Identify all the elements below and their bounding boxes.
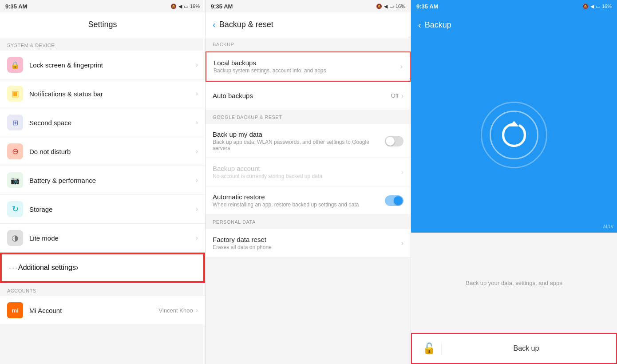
mi-account-title: Mi Account (29, 307, 159, 314)
toggle-thumb-off (386, 137, 395, 146)
dnd-text: Do not disturb (29, 148, 196, 155)
unlock-icon: 🔓 (423, 342, 436, 355)
backup-hero: MIUI (411, 37, 617, 233)
second-space-title: Second space (29, 119, 196, 127)
toggle-thumb-on (394, 196, 403, 205)
notifications-chevron: › (196, 90, 198, 98)
storage-title: Storage (29, 206, 196, 213)
footer-divider (441, 342, 442, 355)
storage-chevron: › (196, 205, 198, 213)
additional-settings-item[interactable]: ··· Additional settings › (1, 253, 204, 282)
battery-level-3: 16% (602, 4, 612, 9)
mute-icon-3: 🔕 (582, 4, 589, 9)
local-backups-item[interactable]: Local backups Backup system settings, ac… (206, 52, 410, 81)
factory-reset-chevron: › (401, 239, 403, 247)
battery-item[interactable]: 📷 Battery & performance › (0, 166, 205, 195)
backup-description-area: Back up your data, settings, and apps (411, 233, 617, 333)
time-1: 9:35 AM (5, 3, 27, 10)
dnd-item[interactable]: ⊖ Do not disturb › (0, 137, 205, 166)
backup-reset-back[interactable]: ‹ (213, 20, 216, 30)
status-icons-3: 🔕 ◀ ▭ 16% (582, 4, 612, 9)
status-bar-2: 9:35 AM 🔕 ◀ ▭ 16% (206, 0, 411, 12)
second-space-item[interactable]: ⊞ Second space › (0, 108, 205, 137)
backup-title: Backup (425, 20, 610, 30)
factory-reset-item[interactable]: Factory data reset Erases all data on ph… (206, 229, 411, 257)
local-backups-title: Local backups (214, 59, 400, 67)
lock-screen-title: Lock screen & fingerprint (29, 61, 196, 69)
time-2: 9:35 AM (211, 3, 233, 10)
time-3: 9:35 AM (416, 3, 438, 10)
automatic-restore-sub: When reinstalling an app, restore backed… (213, 202, 385, 208)
auto-backups-value: Off (391, 92, 399, 99)
battery-level-1: 16% (190, 4, 200, 9)
local-backups-sub: Backup system settings, account info, an… (214, 67, 400, 74)
backup-button[interactable]: Back up (447, 344, 605, 352)
lite-mode-icon: ◑ (7, 230, 23, 246)
automatic-restore-title: Automatic restore (213, 193, 385, 201)
settings-scroll[interactable]: SYSTEM & DEVICE 🔒 Lock screen & fingerpr… (0, 37, 205, 364)
system-device-label: SYSTEM & DEVICE (0, 37, 205, 51)
backup-account-text: Backup account No account is currently s… (213, 165, 401, 179)
battery-icon: ▭ (184, 4, 188, 9)
lite-mode-item[interactable]: ◑ Lite mode › (0, 224, 205, 253)
backup-my-data-toggle[interactable] (385, 136, 403, 146)
signal-icon-3: ◀ (590, 4, 594, 9)
backup-reset-scroll[interactable]: BACKUP Local backups Backup system setti… (206, 37, 411, 364)
dnd-chevron: › (196, 147, 198, 155)
lock-screen-chevron: › (196, 61, 198, 69)
settings-panel: 9:35 AM 🔕 ◀ ▭ 16% Settings SYSTEM & DEVI… (0, 0, 206, 364)
mi-account-item[interactable]: mi Mi Account Vincent Khoo › (0, 296, 205, 325)
backup-reset-panel: 9:35 AM 🔕 ◀ ▭ 16% ‹ Backup & reset BACKU… (206, 0, 411, 364)
notifications-item[interactable]: ▣ Notifications & status bar › (0, 79, 205, 108)
auto-backups-title: Auto backups (213, 92, 391, 99)
notifications-title: Notifications & status bar (29, 90, 196, 98)
lock-screen-icon: 🔒 (7, 57, 23, 73)
backup-account-title: Backup account (213, 165, 401, 172)
storage-item[interactable]: ↻ Storage › (0, 195, 205, 224)
backup-account-sub: No account is currently storing backed u… (213, 173, 401, 179)
notifications-icon: ▣ (7, 86, 23, 102)
backup-description: Back up your data, settings, and apps (466, 280, 562, 286)
second-space-icon: ⊞ (7, 115, 23, 131)
notifications-text: Notifications & status bar (29, 90, 196, 98)
automatic-restore-text: Automatic restore When reinstalling an a… (213, 193, 385, 208)
backup-header: ‹ Backup (411, 12, 617, 37)
backup-refresh-icon (498, 119, 530, 150)
accounts-list: mi Mi Account Vincent Khoo › (0, 296, 205, 325)
storage-text: Storage (29, 206, 196, 213)
factory-reset-text: Factory data reset Erases all data on ph… (213, 236, 401, 250)
factory-reset-title: Factory data reset (213, 236, 401, 243)
backup-my-data-sub: Back up app data, WLAN passwords, and ot… (213, 139, 385, 151)
additional-chevron: › (76, 264, 78, 272)
status-bar-1: 9:35 AM 🔕 ◀ ▭ 16% (0, 0, 205, 12)
lite-mode-title: Lite mode (29, 234, 196, 242)
lock-screen-text: Lock screen & fingerprint (29, 61, 196, 69)
mi-account-chevron: › (196, 306, 198, 314)
battery-text: Battery & performance (29, 177, 196, 184)
backup-footer: 🔓 Back up (415, 337, 613, 360)
mi-account-icon: mi (7, 302, 23, 318)
google-backup-label: GOOGLE BACKUP & RESET (206, 110, 411, 124)
automatic-restore-item[interactable]: Automatic restore When reinstalling an a… (206, 186, 411, 215)
automatic-restore-toggle[interactable] (385, 195, 403, 206)
backup-panel: 9:35 AM 🔕 ◀ ▭ 16% ‹ Backup MIUI Bac (411, 0, 617, 364)
additional-settings-highlight: ··· Additional settings › (0, 253, 205, 283)
battery-title: Battery & performance (29, 177, 196, 184)
backup-circle-inner (490, 111, 538, 159)
status-icons-1: 🔕 ◀ ▭ 16% (170, 4, 200, 9)
dnd-icon: ⊖ (7, 143, 23, 159)
settings-header: Settings (0, 12, 205, 37)
status-icons-2: 🔕 ◀ ▭ 16% (376, 4, 405, 9)
battery-level-2: 16% (396, 4, 405, 9)
battery-icon-3: ▭ (596, 4, 600, 9)
backup-section-label: BACKUP (206, 37, 411, 51)
backup-back[interactable]: ‹ (418, 20, 421, 30)
mi-account-value: Vincent Khoo (159, 307, 193, 314)
backup-my-data-item[interactable]: Back up my data Back up app data, WLAN p… (206, 124, 411, 158)
system-device-list: 🔒 Lock screen & fingerprint › ▣ Notifica… (0, 51, 205, 253)
mi-account-text: Mi Account (29, 307, 159, 314)
backup-account-chevron: › (401, 168, 403, 176)
lock-screen-item[interactable]: 🔒 Lock screen & fingerprint › (0, 51, 205, 79)
backup-circle-outer (481, 102, 547, 168)
auto-backups-item[interactable]: Auto backups Off › (206, 82, 411, 110)
